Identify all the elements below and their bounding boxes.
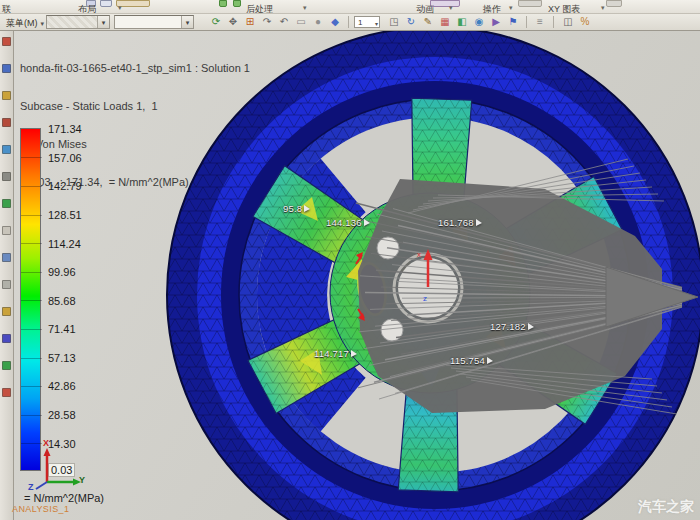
- xy-chart-group-arrow[interactable]: ▾: [601, 4, 605, 12]
- flag-probe-icon[interactable]: ⚑: [505, 15, 521, 29]
- legend-value: 85.68: [48, 295, 100, 307]
- toolbar-separator: [553, 16, 554, 28]
- postprocess-group-arrow[interactable]: ▾: [303, 4, 307, 12]
- grid-icon[interactable]: ▦: [437, 15, 453, 29]
- menu-toolbar-row: 菜单(M) ▾ ▾ ⟳ ✥ ⊞ ↷ ↶ ▭ ● ◆ 1 ◳ ↻ ✎ ▦ ◧ ◉ …: [0, 14, 700, 31]
- animation-group-arrow[interactable]: ▾: [449, 4, 453, 12]
- probe-marker-icon: [528, 323, 534, 330]
- probe-value: 127.182: [490, 321, 526, 332]
- legend-value: 157.06: [48, 152, 100, 164]
- probe-marker-icon: [351, 350, 357, 357]
- touch-bar-icon[interactable]: [2, 388, 11, 397]
- probe-marker-icon: [487, 357, 493, 364]
- frame-number-spinner[interactable]: 1: [354, 16, 380, 28]
- palette-bar-icon[interactable]: [2, 307, 11, 316]
- probe-value: 115.754: [450, 355, 485, 366]
- menu-button[interactable]: 菜单(M): [2, 15, 48, 29]
- triad-z-label: Z: [28, 482, 34, 492]
- probe-annotation: 115.754: [450, 355, 493, 366]
- redo-icon[interactable]: ↷: [259, 15, 275, 29]
- toolbar-separator: [526, 16, 527, 28]
- wcs-triad: X Y Z: [25, 442, 87, 494]
- probe-value: 114.717: [314, 348, 349, 359]
- legend-value: 171.34: [48, 123, 100, 135]
- header-line-solution: honda-fit-03-1665-et40-1_stp_sim1 : Solu…: [20, 62, 250, 75]
- probe-marker-icon: [364, 219, 370, 226]
- report-icon[interactable]: ◫: [560, 15, 576, 29]
- marquee-select-icon[interactable]: ▭: [293, 15, 309, 29]
- probe-marker-icon: [304, 205, 310, 212]
- legend-value: 57.13: [48, 352, 100, 364]
- legend-value: 71.41: [48, 323, 100, 335]
- selection-filter-combo-arrow[interactable]: ▾: [181, 16, 193, 28]
- view-state-combo[interactable]: ▾: [46, 15, 110, 29]
- probe-marker-icon: [476, 219, 482, 226]
- sync-icon[interactable]: ⟳: [208, 15, 224, 29]
- legend-value: 28.58: [48, 409, 100, 421]
- assembly-navigator-icon[interactable]: [2, 64, 11, 73]
- new-chart-icon[interactable]: [430, 0, 460, 7]
- triad-y-label: Y: [79, 475, 85, 485]
- rotate-icon[interactable]: ↻: [403, 15, 419, 29]
- history-icon[interactable]: [2, 226, 11, 235]
- part-navigator-icon[interactable]: [2, 37, 11, 46]
- grid-layout-icon[interactable]: [100, 0, 112, 7]
- next-frame-icon[interactable]: [233, 0, 241, 7]
- probe-value: 95.8: [283, 203, 302, 214]
- post-navigator-icon[interactable]: [2, 145, 11, 154]
- hd3d-tools-icon[interactable]: [2, 199, 11, 208]
- compare-icon[interactable]: ≡: [532, 15, 548, 29]
- legend-value: 114.24: [48, 238, 100, 250]
- nx-post-processing-window: 联 布局 ▾ 后处理 ▾ 动画 ▾ 操作 ▾ XY 图表 ▾ 菜单(M) ▾ ▾…: [0, 0, 700, 520]
- ribbon-group-row: 联 布局 ▾ 后处理 ▾ 动画 ▾ 操作 ▾ XY 图表 ▾: [0, 0, 700, 14]
- wcs-triad-arrows: [25, 442, 87, 494]
- view-state-combo-arrow[interactable]: ▾: [97, 16, 109, 28]
- probe-value: 144.136: [326, 217, 362, 228]
- analysis-view-label: ANALYSIS_1: [12, 504, 69, 514]
- probe-annotation: 95.8: [283, 203, 310, 214]
- graphics-viewport[interactable]: x z honda-fit-03-1665-et40-1_s: [0, 31, 700, 520]
- percent-icon[interactable]: %: [577, 15, 593, 29]
- legend-value: 99.96: [48, 266, 100, 278]
- hub-axis-z-label: z: [423, 294, 427, 303]
- resource-bar: [0, 31, 14, 520]
- legend-value: 142.79: [48, 180, 100, 192]
- sphere-icon[interactable]: ●: [310, 15, 326, 29]
- roles-icon[interactable]: [2, 334, 11, 343]
- zoom-tools-icon: [518, 0, 542, 7]
- legend-value: 128.51: [48, 209, 100, 221]
- legend-colorbar: [20, 128, 41, 471]
- probe-annotation: 161.768: [438, 217, 482, 228]
- header-line-result-type: - , Von Mises: [20, 138, 250, 151]
- more-tools-icon: [606, 0, 622, 7]
- probe-annotation: 114.717: [314, 348, 357, 359]
- pan-icon[interactable]: ✥: [225, 15, 241, 29]
- header-line-subcase: Subcase - Static Loads 1, 1: [20, 100, 250, 113]
- add-result-icon[interactable]: ⊞: [242, 15, 258, 29]
- palette-icon[interactable]: ◧: [454, 15, 470, 29]
- edit-post-icon[interactable]: ✎: [420, 15, 436, 29]
- probe-annotation: 127.182: [490, 321, 534, 332]
- watermark: 汽车之家: [638, 498, 694, 516]
- layout-group-arrow[interactable]: ▾: [118, 4, 122, 12]
- cube-icon[interactable]: ◆: [327, 15, 343, 29]
- operation-group-arrow[interactable]: ▾: [509, 4, 513, 12]
- first-frame-icon[interactable]: [219, 0, 227, 7]
- constraint-navigator-icon[interactable]: [2, 91, 11, 100]
- legend-value: 42.86: [48, 380, 100, 392]
- selection-filter-combo[interactable]: ▾: [114, 15, 194, 29]
- hub-axis-x-label: x: [417, 250, 421, 259]
- undo-icon[interactable]: ↶: [276, 15, 292, 29]
- window-icon[interactable]: ◳: [386, 15, 402, 29]
- animate-icon[interactable]: ▶: [488, 15, 504, 29]
- system-materials-icon[interactable]: [2, 361, 11, 370]
- triad-x-label: X: [43, 438, 49, 448]
- toolbar-separator: [348, 16, 349, 28]
- probe-annotation: 144.136: [326, 217, 370, 228]
- contour-icon[interactable]: ◉: [471, 15, 487, 29]
- probe-value: 161.768: [438, 217, 474, 228]
- manager-icon[interactable]: [2, 280, 11, 289]
- simulation-navigator-icon[interactable]: [2, 118, 11, 127]
- process-studio-icon[interactable]: [2, 253, 11, 262]
- reuse-library-icon[interactable]: [2, 172, 11, 181]
